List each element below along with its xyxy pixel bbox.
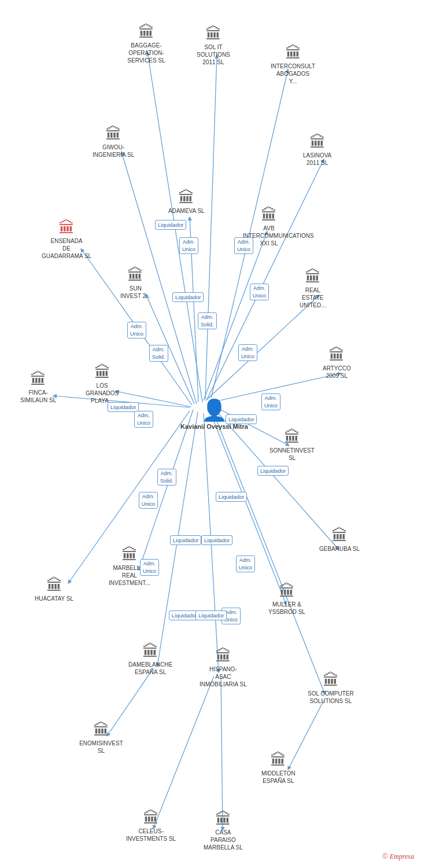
building-icon: 🏛 [143,810,159,826]
building-icon: 🏛 [309,134,326,150]
node-label: HUACATAY SL [35,595,73,602]
node-solcomputer[interactable]: 🏛 SOL COMPUTERSOLUTIONS SL [308,672,354,705]
building-icon: 🏛 [121,547,138,563]
badge-liquidador-8: Liquidador [201,535,232,545]
building-icon: 🏛 [94,365,110,381]
building-icon: 🏛 [328,347,345,363]
building-icon: 🏛 [30,372,46,388]
node-label: DAMEBLANCHEESPAÑA SL [128,661,172,676]
svg-line-1 [205,55,217,399]
node-label: ARTYCCO2009 SL [323,365,351,380]
badge-liquidador-5: Liquidador [257,466,289,476]
node-lasinova[interactable]: 🏛 LASINOVA2011 SL [303,134,331,167]
badge-adm-unico-10: Adm.Unico [236,556,255,572]
badge-liquidador-7: Liquidador [170,535,201,545]
building-icon: 🏛 [215,811,231,827]
building-icon: 🏛 [305,269,321,285]
badge-adm-unico-3: Adm.Unico [250,284,269,300]
badge-adm-solid-3: Adm.Solid. [157,469,176,486]
building-icon: 🏛 [58,220,75,236]
node-losgranados[interactable]: 🏛 LOSGRANADOSPLAYA... [86,365,119,404]
node-label: ENSENADADEGUADARRAMA SL [42,237,91,260]
node-celeus[interactable]: 🏛 CELEUS-INVESTMENTS SL [126,810,176,843]
node-huacatay[interactable]: 🏛 HUACATAY SL [35,578,73,602]
badge-adm-unico-5: Adm.Unico [127,322,146,339]
svg-line-16 [139,410,193,570]
graph-container: 👤 Kaviani/ Oveyssi Mitra 🏛 BAGGAGE-OPERA… [0,0,421,868]
building-icon: 🏛 [279,583,295,599]
node-baggage[interactable]: 🏛 BAGGAGE-OPERATION-SERVICES SL [120,24,172,64]
node-label: SUNINVEST 2... [120,285,151,300]
badge-adm-solid-2: Adm.Solid. [149,345,168,362]
badge-liquidador-4: Liquidador [226,414,257,424]
node-label: MIDDLETONESPAÑA SL [261,770,296,785]
node-sonnetinvest[interactable]: 🏛 SONNETINVEST SL [266,429,318,462]
building-icon: 🏛 [215,648,231,664]
watermark-symbol: © [383,852,388,860]
building-icon: 🏛 [46,578,62,594]
node-realestate[interactable]: 🏛 REALESTATEUNITED... [300,269,326,309]
building-icon: 🏛 [105,126,121,142]
node-finca[interactable]: 🏛 FINCA-SIMILAUN SL [20,372,56,404]
badge-adm-unico-6: Adm.Unico [134,411,153,428]
node-label: SOL COMPUTERSOLUTIONS SL [308,690,354,705]
node-artycco[interactable]: 🏛 ARTYCCO2009 SL [323,347,351,380]
node-dameblanche[interactable]: 🏛 DAMEBLANCHEESPAÑA SL [128,643,172,676]
badge-adm-unico-4: Adm.Unico [238,344,257,361]
node-label: SONNETINVEST SL [266,447,318,462]
node-label: FINCA-SIMILAUN SL [20,389,56,404]
node-label: BAGGAGE-OPERATION-SERVICES SL [120,42,172,64]
building-icon: 🏛 [323,672,339,689]
node-suninvest[interactable]: 🏛 SUNINVEST 2... [120,267,151,300]
node-label: CELEUS-INVESTMENTS SL [126,827,176,843]
watermark: © Empresa [383,852,414,861]
node-muller[interactable]: 🏛 MULLER &YSSBROD SL [268,583,305,616]
svg-line-24 [221,676,223,830]
node-casaparaiso[interactable]: 🏛 CASAPARAISOMARBELLA SL [204,811,243,851]
node-label: ENOMISINVEST SL [75,740,127,755]
badge-liquidador-2: Liquidador [172,292,204,302]
node-label: ADAMEVA SL [168,207,205,215]
person-icon: 👤 [201,398,227,422]
badge-adm-solid-1: Adm.Solid. [198,312,217,329]
badge-adm-unico-9: Adm.Unico [140,559,159,576]
building-icon: 🏛 [127,267,143,284]
badge-liquidador-1: Liquidador [155,220,186,230]
node-label: GEBARUBA SL [319,545,360,553]
node-ensenada[interactable]: 🏛 ENSENADADEGUADARRAMA SL [42,220,91,260]
building-icon: 🏛 [142,643,158,660]
badge-adm-unico-1: Adm.Unico [179,237,198,254]
node-label: MULLER &YSSBROD SL [268,601,305,616]
building-icon: 🏛 [331,528,348,544]
node-label: REALESTATEUNITED... [300,286,326,309]
node-adameva[interactable]: 🏛 ADAMEVA SL [168,190,205,215]
node-label: LASINOVA2011 SL [303,152,331,167]
node-label: SOL ITSOLUTIONS2011 SL [197,43,230,66]
node-label: GIWOU-INGENIERIA SL [93,144,134,159]
building-icon: 🏛 [284,429,300,446]
badge-liquidador-10: Liquidador [195,610,227,620]
building-icon: 🏛 [205,26,221,42]
watermark-text: Empresa [390,852,414,860]
node-enomisinvest[interactable]: 🏛 ENOMISINVEST SL [75,722,127,755]
badge-liquidador-6: Liquidador [216,492,247,502]
svg-line-9 [206,295,319,400]
svg-line-23 [153,676,214,829]
badge-adm-unico-2: Adm.Unico [234,237,253,254]
node-interconsult[interactable]: 🏛 INTERCONSULTABOGADOSY... [271,45,315,85]
node-label: HISPANO-ASACINMOBILIARIA SL [200,665,247,688]
building-icon: 🏛 [178,190,194,206]
building-icon: 🏛 [261,207,277,223]
node-label: INTERCONSULTABOGADOSY... [271,62,315,85]
building-icon: 🏛 [285,45,301,61]
building-icon: 🏛 [93,722,109,738]
node-middleton[interactable]: 🏛 MIDDLETONESPAÑA SL [261,752,296,785]
node-gebaruba[interactable]: 🏛 GEBARUBA SL [319,528,360,553]
node-label: CASAPARAISOMARBELLA SL [204,829,243,851]
building-icon: 🏛 [138,24,154,41]
node-solit[interactable]: 🏛 SOL ITSOLUTIONS2011 SL [197,26,230,66]
badge-adm-unico-7: Adm.Unico [261,393,280,410]
node-giwou[interactable]: 🏛 GIWOU-INGENIERIA SL [93,126,134,159]
connections-svg [0,0,421,868]
node-hispano[interactable]: 🏛 HISPANO-ASACINMOBILIARIA SL [200,648,247,688]
